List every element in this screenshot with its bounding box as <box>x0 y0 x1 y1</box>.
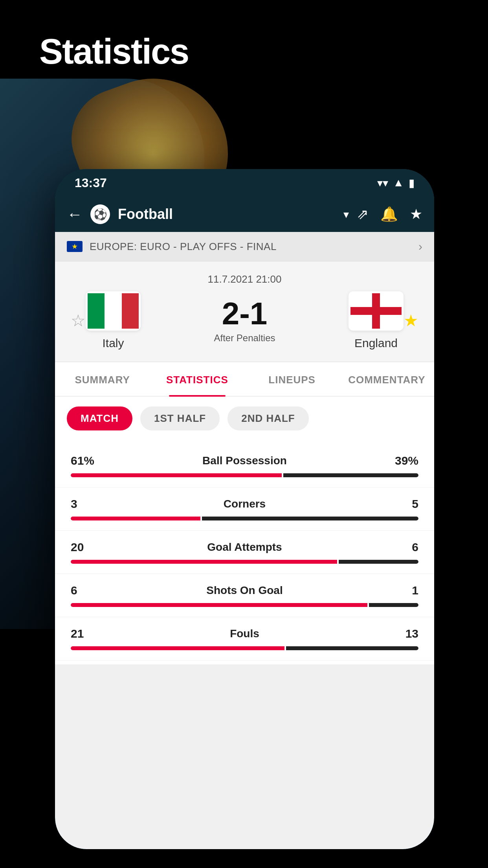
competition-text: EUROPE: EURO - PLAY OFFS - FINAL <box>90 241 418 253</box>
stat-corners-bar-left <box>71 517 200 520</box>
italy-red <box>122 293 139 329</box>
period-second-half-button[interactable]: 2ND HALF <box>227 406 309 430</box>
stat-ball-possession-right: 39% <box>387 454 418 467</box>
home-team-flag <box>86 291 141 331</box>
england-cross-v <box>372 293 380 329</box>
stat-ball-possession-header: 61% Ball Possession 39% <box>71 454 418 467</box>
tab-statistics[interactable]: STATISTICS <box>150 362 244 396</box>
sport-label: Football <box>118 206 332 223</box>
tab-summary[interactable]: SUMMARY <box>55 362 150 396</box>
football-icon: ⚽ <box>90 204 110 224</box>
stat-fouls: 21 Fouls 13 <box>55 617 434 660</box>
stat-goal-attempts-bar-left <box>71 560 337 564</box>
tab-commentary[interactable]: COMMENTARY <box>339 362 434 396</box>
stat-goal-attempts-right: 6 <box>387 541 418 554</box>
status-bar: 13:37 ▾▾ ▲ ▮ <box>55 169 434 197</box>
stat-shots-on-goal-right: 1 <box>387 584 418 597</box>
stat-ball-possession-bar <box>71 473 418 477</box>
stat-fouls-left: 21 <box>71 627 102 640</box>
stat-corners-header: 3 Corners 5 <box>71 497 418 511</box>
score-note: After Penalties <box>141 333 349 344</box>
stat-corners-right: 5 <box>387 497 418 511</box>
stats-container: 61% Ball Possession 39% 3 Corners 5 <box>55 440 434 664</box>
stat-bar-gap-3 <box>337 560 339 564</box>
stat-goal-attempts-label: Goal Attempts <box>102 541 387 554</box>
back-button[interactable]: ← <box>67 206 83 223</box>
status-icons: ▾▾ ▲ ▮ <box>377 177 415 189</box>
score: 2-1 <box>141 298 349 329</box>
match-teams: ☆ Italy 2-1 After Penalties <box>71 291 418 350</box>
tab-lineups[interactable]: LINEUPS <box>245 362 339 396</box>
away-team-flag <box>349 291 404 331</box>
home-favorite-button[interactable]: ☆ <box>71 311 86 330</box>
star-icon[interactable]: ★ <box>410 206 422 223</box>
status-time: 13:37 <box>75 176 107 190</box>
away-team-name: England <box>354 337 398 350</box>
stat-shots-on-goal-left: 6 <box>71 584 102 597</box>
stat-fouls-right: 13 <box>387 627 418 640</box>
stat-fouls-bar-left <box>71 646 284 650</box>
app-header: ← ⚽ Football ▾ ⇗ 🔔 ★ <box>55 197 434 232</box>
competition-bar[interactable]: ★ EUROPE: EURO - PLAY OFFS - FINAL › <box>55 232 434 261</box>
stat-shots-on-goal-bar <box>71 603 418 607</box>
stat-fouls-bar-right <box>286 646 418 650</box>
stat-shots-on-goal-label: Shots On Goal <box>102 584 387 597</box>
signal-icon: ▲ <box>393 177 404 189</box>
stat-corners-label: Corners <box>102 498 387 510</box>
main-content: ★ EUROPE: EURO - PLAY OFFS - FINAL › 11.… <box>55 232 434 849</box>
stat-ball-possession-left: 61% <box>71 454 102 467</box>
england-flag <box>350 293 402 329</box>
phone-frame: 13:37 ▾▾ ▲ ▮ ← ⚽ Football ▾ ⇗ 🔔 ★ ★ EURO… <box>55 169 434 849</box>
home-team: Italy <box>86 291 141 350</box>
away-team: England <box>349 291 404 350</box>
match-datetime: 11.7.2021 21:00 <box>71 273 418 285</box>
page-title: Statistics <box>39 31 189 72</box>
stat-goal-attempts-left: 20 <box>71 541 102 554</box>
italy-flag <box>88 293 139 329</box>
battery-icon: ▮ <box>409 177 415 189</box>
stat-ball-possession-label: Ball Possession <box>102 454 387 467</box>
stat-ball-possession-bar-left <box>71 473 282 477</box>
stat-fouls-label: Fouls <box>102 627 387 640</box>
period-match-button[interactable]: MATCH <box>67 406 132 430</box>
share-icon[interactable]: ⇗ <box>357 206 369 223</box>
italy-green <box>88 293 105 329</box>
stat-corners-bar-right <box>202 517 418 520</box>
stat-fouls-header: 21 Fouls 13 <box>71 627 418 640</box>
dropdown-arrow[interactable]: ▾ <box>343 208 349 221</box>
wifi-icon: ▾▾ <box>377 177 388 189</box>
stat-shots-on-goal-bar-right <box>369 603 418 607</box>
eu-flag: ★ <box>67 241 83 252</box>
stat-ball-possession: 61% Ball Possession 39% <box>55 444 434 487</box>
stat-goal-attempts-header: 20 Goal Attempts 6 <box>71 541 418 554</box>
stat-ball-possession-bar-right <box>283 473 418 477</box>
stat-corners: 3 Corners 5 <box>55 487 434 531</box>
stat-goal-attempts: 20 Goal Attempts 6 <box>55 531 434 574</box>
period-buttons: MATCH 1ST HALF 2ND HALF <box>55 397 434 440</box>
stat-goal-attempts-bar <box>71 560 418 564</box>
home-team-name: Italy <box>102 337 124 350</box>
stat-shots-on-goal: 6 Shots On Goal 1 <box>55 574 434 617</box>
stat-corners-left: 3 <box>71 497 102 511</box>
bell-icon[interactable]: 🔔 <box>380 206 398 223</box>
period-first-half-button[interactable]: 1ST HALF <box>140 406 220 430</box>
score-section: 2-1 After Penalties <box>141 298 349 344</box>
italy-white <box>105 293 121 329</box>
away-favorite-button[interactable]: ★ <box>404 311 418 330</box>
stat-shots-on-goal-bar-left <box>71 603 367 607</box>
stat-goal-attempts-bar-right <box>339 560 419 564</box>
stat-fouls-bar <box>71 646 418 650</box>
tabs-bar: SUMMARY STATISTICS LINEUPS COMMENTARY <box>55 362 434 397</box>
competition-arrow[interactable]: › <box>418 240 422 253</box>
stat-corners-bar <box>71 517 418 520</box>
header-actions: ⇗ 🔔 ★ <box>357 206 422 223</box>
match-card: 11.7.2021 21:00 ☆ Italy <box>55 261 434 362</box>
stat-shots-on-goal-header: 6 Shots On Goal 1 <box>71 584 418 597</box>
